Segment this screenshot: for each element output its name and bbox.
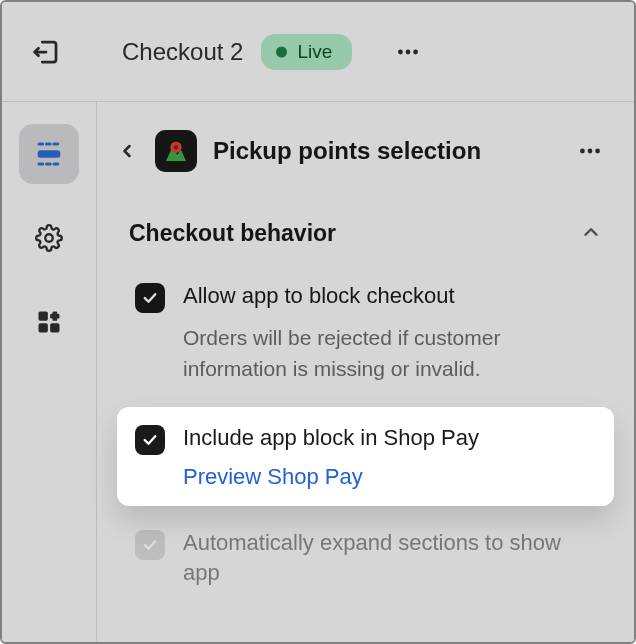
sidebar-item-apps[interactable]	[19, 292, 79, 352]
svg-rect-5	[39, 312, 48, 321]
title-block: Checkout 2 Live	[122, 34, 424, 70]
svg-point-0	[398, 49, 403, 54]
page-title: Checkout 2	[122, 38, 243, 66]
svg-rect-7	[50, 323, 59, 332]
svg-point-4	[45, 234, 52, 241]
preview-shop-pay-link[interactable]: Preview Shop Pay	[183, 464, 596, 490]
checkbox-auto-expand[interactable]	[135, 530, 165, 560]
more-menu-button[interactable]	[392, 36, 424, 68]
panel-title: Pickup points selection	[213, 137, 566, 165]
topbar: Checkout 2 Live	[2, 2, 634, 102]
option-label: Automatically expand sections to show ap…	[183, 528, 596, 590]
option-label: Include app block in Shop Pay	[183, 423, 596, 454]
section-header[interactable]: Checkout behavior	[97, 172, 634, 265]
panel-header: Pickup points selection	[97, 102, 634, 172]
svg-point-2	[413, 49, 418, 54]
option-label: Allow app to block checkout	[183, 281, 596, 312]
chevron-up-icon	[580, 221, 602, 247]
svg-rect-9	[50, 314, 59, 319]
svg-point-13	[588, 149, 593, 154]
svg-point-12	[580, 149, 585, 154]
panel-more-button[interactable]	[574, 135, 606, 167]
svg-rect-6	[39, 323, 48, 332]
option-auto-expand: Automatically expand sections to show ap…	[117, 512, 614, 606]
sidebar-item-sections[interactable]	[19, 124, 79, 184]
app-icon	[155, 130, 197, 172]
option-body: Allow app to block checkout Orders will …	[183, 281, 596, 385]
svg-point-14	[595, 149, 600, 154]
option-include-shop-pay: Include app block in Shop Pay Preview Sh…	[117, 407, 614, 506]
main: Pickup points selection Checkout behavio…	[2, 102, 634, 642]
checkbox-allow-block[interactable]	[135, 283, 165, 313]
sidebar-item-settings[interactable]	[19, 208, 79, 268]
svg-point-11	[174, 145, 179, 150]
options-list: Allow app to block checkout Orders will …	[97, 265, 634, 605]
checkbox-include-shop-pay[interactable]	[135, 425, 165, 455]
panel: Pickup points selection Checkout behavio…	[97, 102, 634, 642]
option-description: Orders will be rejected if customer info…	[183, 322, 596, 385]
svg-point-1	[406, 49, 411, 54]
live-badge: Live	[261, 34, 352, 70]
sidebar	[2, 102, 97, 642]
section-title: Checkout behavior	[129, 220, 336, 247]
option-allow-block: Allow app to block checkout Orders will …	[117, 265, 614, 401]
option-body: Include app block in Shop Pay Preview Sh…	[183, 423, 596, 490]
option-body: Automatically expand sections to show ap…	[183, 528, 596, 590]
svg-rect-3	[38, 150, 61, 158]
back-button[interactable]	[107, 131, 147, 171]
exit-icon[interactable]	[30, 36, 62, 68]
